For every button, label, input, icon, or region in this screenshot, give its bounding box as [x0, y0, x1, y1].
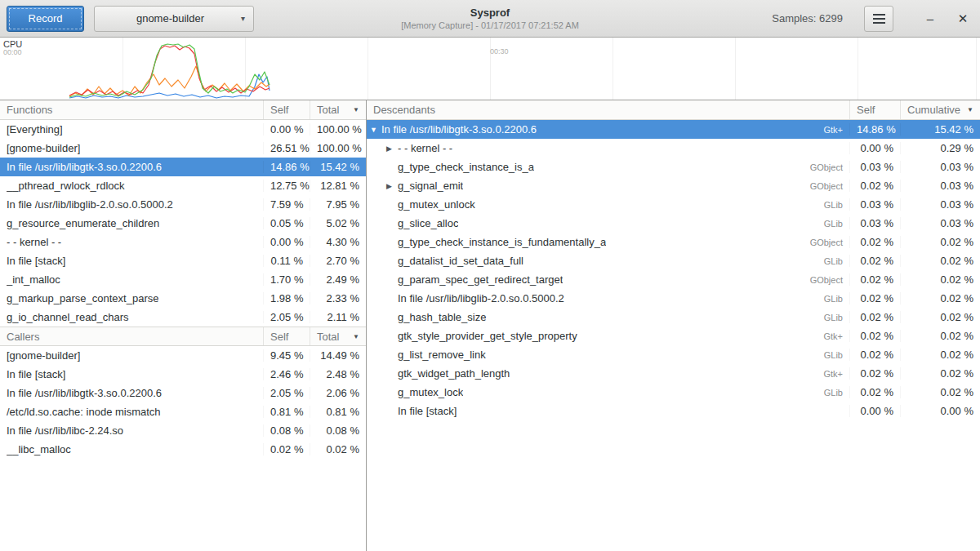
tree-row[interactable]: g_param_spec_get_redirect_targetGObject0…	[367, 270, 980, 289]
column-header-self[interactable]: Self	[263, 327, 310, 345]
tree-row[interactable]: g_hash_table_sizeGLib0.02 %0.02 %	[367, 308, 980, 327]
record-button[interactable]: Record	[7, 6, 84, 32]
cpu-graph[interactable]: CPU 00:00 00:30	[0, 38, 980, 100]
self-value: 0.02 %	[849, 367, 900, 380]
column-label: Cumulative	[907, 104, 960, 116]
headerbar: Record gnome-builder ▾ Sysprof [Memory C…	[0, 0, 980, 38]
column-header-self[interactable]: Self	[263, 100, 310, 119]
time-tick-start: 00:00	[3, 48, 22, 56]
expander-closed-icon[interactable]: ▶	[386, 144, 398, 153]
column-header-descendants[interactable]: Descendants	[367, 100, 849, 119]
table-row[interactable]: In file /usr/lib/libgtk-3.so.0.2200.62.0…	[0, 384, 366, 402]
table-row[interactable]: In file /usr/lib/libgtk-3.so.0.2200.614.…	[0, 158, 366, 176]
table-row[interactable]: /etc/ld.so.cache: inode mismatch0.81 %0.…	[0, 402, 366, 421]
tree-row[interactable]: g_datalist_id_set_data_fullGLib0.02 %0.0…	[367, 251, 980, 270]
column-header-functions[interactable]: Functions	[0, 100, 263, 119]
library-badge: GObject	[802, 181, 843, 191]
functions-table-header: Functions Self Total ▼	[0, 100, 366, 120]
tree-row[interactable]: g_type_check_instance_is_fundamentally_a…	[367, 233, 980, 251]
function-name-label: In file /usr/lib/libglib-2.0.so.0.5000.2	[398, 292, 564, 304]
function-name-label: g_list_remove_link	[398, 349, 486, 361]
table-row[interactable]: __libc_malloc0.02 %0.02 %	[0, 440, 366, 459]
minimize-button[interactable]: –	[920, 8, 941, 29]
sort-indicator-icon: ▼	[967, 106, 973, 113]
expander-open-icon[interactable]: ▼	[370, 126, 381, 134]
tree-row[interactable]: ▶- - kernel - -0.00 %0.29 %	[367, 139, 980, 158]
self-value: 0.02 %	[849, 292, 900, 304]
column-header-total[interactable]: Total ▼	[310, 100, 366, 119]
column-label: Callers	[7, 331, 39, 343]
function-name-label: In file [stack]	[398, 405, 457, 417]
menu-button[interactable]	[864, 6, 893, 32]
self-value: 0.02 %	[263, 443, 310, 455]
hamburger-icon	[873, 18, 885, 20]
cumulative-value: 15.42 %	[900, 123, 980, 136]
table-row[interactable]: In file /usr/lib/libc-2.24.so0.08 %0.08 …	[0, 421, 366, 440]
table-row[interactable]: - - kernel - -0.00 %4.30 %	[0, 233, 366, 251]
tree-row[interactable]: gtk_widget_path_lengthGtk+0.02 %0.02 %	[367, 364, 980, 383]
table-row[interactable]: In file [stack]0.11 %2.70 %	[0, 251, 366, 270]
callers-table: Callers Self Total ▼ [gnome-builder]9.45…	[0, 327, 366, 459]
column-header-cumulative[interactable]: Cumulative ▼	[900, 100, 980, 119]
descendant-name-cell: g_param_spec_get_redirect_targetGObject	[367, 273, 849, 286]
self-value: 0.03 %	[849, 217, 900, 229]
tree-row[interactable]: gtk_style_provider_get_style_propertyGtk…	[367, 327, 980, 345]
minimize-icon: –	[927, 11, 933, 25]
tree-row[interactable]: In file /usr/lib/libglib-2.0.so.0.5000.2…	[367, 289, 980, 308]
self-value: 0.00 %	[849, 142, 900, 154]
expander-closed-icon[interactable]: ▶	[386, 182, 398, 190]
table-row[interactable]: [gnome-builder]9.45 %14.49 %	[0, 346, 366, 365]
tree-row[interactable]: g_slice_allocGLib0.03 %0.03 %	[367, 214, 980, 233]
library-badge: GLib	[816, 294, 843, 304]
table-row[interactable]: g_io_channel_read_chars2.05 %2.11 %	[0, 308, 366, 327]
tree-row[interactable]: g_mutex_lockGLib0.02 %0.02 %	[367, 383, 980, 402]
tree-row[interactable]: In file [stack]0.00 %0.00 %	[367, 402, 980, 420]
function-name: In file [stack]	[0, 255, 263, 267]
total-value: 15.42 %	[310, 161, 366, 173]
table-row[interactable]: _int_malloc1.70 %2.49 %	[0, 270, 366, 289]
total-value: 4.30 %	[310, 236, 366, 248]
tree-row[interactable]: ▶g_signal_emitGObject0.02 %0.03 %	[367, 176, 980, 195]
self-value: 2.05 %	[263, 311, 310, 323]
function-name: [Everything]	[0, 123, 263, 136]
close-icon: ✕	[958, 11, 969, 26]
self-value: 0.08 %	[263, 424, 310, 437]
tree-row[interactable]: g_mutex_unlockGLib0.03 %0.03 %	[367, 195, 980, 214]
chevron-down-icon: ▾	[241, 14, 245, 23]
function-name-label: __pthread_rwlock_rdlock	[7, 180, 125, 192]
cumulative-value: 0.00 %	[900, 405, 980, 417]
total-value: 12.81 %	[310, 180, 366, 192]
sort-indicator-icon: ▼	[353, 106, 359, 113]
cumulative-value: 0.02 %	[900, 330, 980, 342]
close-button[interactable]: ✕	[952, 8, 973, 29]
table-row[interactable]: __pthread_rwlock_rdlock12.75 %12.81 %	[0, 176, 366, 195]
cumulative-value: 0.02 %	[900, 386, 980, 398]
library-badge: GObject	[802, 162, 843, 172]
left-panel: Functions Self Total ▼ [Everything]0.00 …	[0, 100, 367, 551]
column-label: Total	[317, 104, 339, 116]
functions-table-body: [Everything]0.00 %100.00 %[gnome-builder…	[0, 120, 366, 327]
total-value: 7.95 %	[310, 198, 366, 211]
table-row[interactable]: [Everything]0.00 %100.00 %	[0, 120, 366, 139]
process-selector-dropdown[interactable]: gnome-builder ▾	[94, 6, 254, 32]
cumulative-value: 0.02 %	[900, 273, 980, 286]
table-row[interactable]: In file [stack]2.46 %2.48 %	[0, 365, 366, 384]
function-name-label: - - kernel - -	[398, 142, 452, 154]
column-header-callers[interactable]: Callers	[0, 327, 263, 345]
cumulative-value: 0.03 %	[900, 198, 980, 211]
column-header-self[interactable]: Self	[849, 100, 900, 119]
table-row[interactable]: In file /usr/lib/libglib-2.0.so.0.5000.2…	[0, 195, 366, 214]
table-row[interactable]: [gnome-builder]26.51 %100.00 %	[0, 139, 366, 158]
total-value: 2.33 %	[310, 292, 366, 304]
descendant-name-cell: g_type_check_instance_is_fundamentally_a…	[367, 236, 849, 248]
function-name-label: In file [stack]	[7, 255, 65, 267]
self-value: 0.02 %	[849, 255, 900, 267]
tree-row[interactable]: ▼In file /usr/lib/libgtk-3.so.0.2200.6Gt…	[367, 120, 980, 139]
function-name: - - kernel - -	[0, 236, 263, 248]
function-name-label: - - kernel - -	[7, 236, 61, 248]
tree-row[interactable]: g_type_check_instance_is_aGObject0.03 %0…	[367, 158, 980, 176]
column-header-total[interactable]: Total ▼	[310, 327, 366, 345]
table-row[interactable]: g_markup_parse_context_parse1.98 %2.33 %	[0, 289, 366, 308]
tree-row[interactable]: g_list_remove_linkGLib0.02 %0.02 %	[367, 345, 980, 364]
table-row[interactable]: g_resource_enumerate_children0.05 %5.02 …	[0, 214, 366, 233]
